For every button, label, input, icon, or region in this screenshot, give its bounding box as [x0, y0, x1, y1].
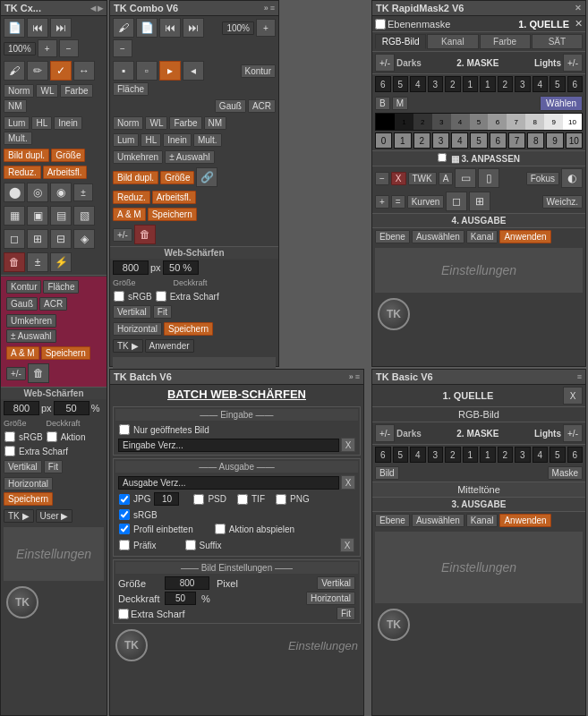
rapid-kurven-btn[interactable]: Kurven [407, 195, 445, 209]
basic-num-3b[interactable]: 3 [515, 447, 531, 463]
combo-norm-btn[interactable]: Norm [113, 116, 143, 130]
combo-inein-btn[interactable]: Inein [163, 133, 192, 147]
cx-umkehren-btn[interactable]: Umkehren [6, 314, 56, 328]
rapid-num-b7[interactable]: 7 [508, 132, 525, 149]
cx-tk-btn[interactable]: TK ▶ [4, 509, 34, 523]
combo-arbeitsfl-btn[interactable]: Arbeitsfl. [152, 191, 196, 204]
cx-trash2-icon[interactable]: 🗑 [28, 363, 49, 383]
cx-plus[interactable]: + [38, 39, 57, 57]
rapid-num-2b[interactable]: 2 [498, 76, 514, 92]
combo-menu[interactable]: ≡ [270, 4, 275, 13]
combo-plus[interactable]: + [256, 19, 276, 37]
rapid-kanal-btn[interactable]: Kanal [466, 230, 499, 243]
batch-ausgabe-close[interactable]: X [341, 475, 355, 490]
cx-check-icon[interactable]: ✓ [50, 61, 72, 81]
rapid-num-3a[interactable]: 3 [428, 76, 444, 92]
combo-mask4-icon[interactable]: ◂ [183, 61, 204, 81]
rapid-tab-kanal[interactable]: Kanal [427, 34, 478, 49]
combo-extra-cb[interactable] [156, 291, 166, 302]
rapid-num-b3[interactable]: 3 [432, 132, 449, 149]
rapid-num-2a[interactable]: 2 [445, 76, 461, 92]
basic-menu[interactable]: ≡ [577, 372, 582, 381]
rapid-num-b5[interactable]: 5 [470, 132, 487, 149]
cx-scroll-left[interactable]: ◀ [90, 4, 96, 13]
cx-trash-icon[interactable]: 🗑 [4, 252, 25, 272]
basic-num-5b[interactable]: 5 [550, 447, 566, 463]
cx-move-icon[interactable]: ↔ [73, 61, 95, 81]
combo-reduz-btn[interactable]: Reduz. [113, 191, 150, 204]
rapid-wahlen-btn[interactable]: Wählen [540, 96, 583, 111]
cx-sq2-icon[interactable]: ▣ [27, 206, 48, 226]
rapid-num-b4[interactable]: 4 [451, 132, 468, 149]
basic-num-5a[interactable]: 5 [393, 447, 409, 463]
cx-scroll-right[interactable]: ▶ [98, 4, 103, 13]
cx-vertikal-btn[interactable]: Vertikal [4, 460, 42, 473]
basic-pm-left[interactable]: +/- [375, 424, 395, 442]
combo-trash-icon[interactable]: 🗑 [134, 225, 156, 244]
combo-horizontal-btn[interactable]: Horizontal [113, 322, 162, 336]
batch-jpg-cb[interactable] [119, 494, 130, 505]
rapid-ebene-btn[interactable]: Ebene [375, 230, 410, 243]
rapid-num-5a[interactable]: 5 [393, 76, 409, 92]
cx-reduz-btn[interactable]: Reduz. [4, 166, 41, 179]
combo-gau-btn[interactable]: Gauß [215, 99, 246, 113]
combo-hl-btn[interactable]: HL [141, 133, 161, 147]
combo-vertikal-btn[interactable]: Vertikal [113, 305, 151, 319]
cx-srgb-cb[interactable] [4, 431, 15, 442]
rapid-pm-left[interactable]: +/- [375, 54, 395, 72]
rapid-twk-btn[interactable]: TWK [408, 172, 437, 185]
cx-sq4-icon[interactable]: ▧ [73, 206, 95, 226]
rapid-num-b2[interactable]: 2 [413, 132, 430, 149]
combo-fit-btn[interactable]: Fit [153, 305, 172, 319]
rapid-num-4b[interactable]: 4 [533, 76, 549, 92]
cx-icon-fwd[interactable]: ⏭ [50, 18, 72, 38]
basic-anwenden-btn[interactable]: Anwenden [499, 514, 550, 527]
cx-kontur-btn[interactable]: Kontur [6, 280, 41, 294]
cx-icon-new[interactable]: 📄 [4, 18, 25, 38]
cx-minus[interactable]: − [59, 39, 79, 57]
rapid-num-b1[interactable]: 1 [394, 132, 411, 149]
batch-eingabe-input[interactable] [118, 439, 339, 452]
combo-mult-btn[interactable]: Mult. [193, 133, 222, 147]
combo-mask1-icon[interactable]: ▪ [113, 61, 134, 81]
rapid-close[interactable]: ✕ [575, 4, 582, 13]
rapid-num-b0[interactable]: 0 [375, 132, 392, 149]
combo-acr-btn[interactable]: ACR [248, 99, 276, 113]
basic-num-6a[interactable]: 6 [375, 447, 391, 463]
rapid-sq-icon[interactable]: ◻ [446, 192, 467, 211]
rapid-num-b9[interactable]: 9 [546, 132, 563, 149]
basic-kanal-btn[interactable]: Kanal [466, 514, 499, 527]
cx-aktion-cb[interactable] [47, 431, 57, 442]
batch-eingabe-close[interactable]: X [341, 438, 355, 452]
combo-srgb-cb[interactable] [114, 291, 124, 302]
combo-pm-btn[interactable]: +/- [113, 228, 132, 242]
basic-auswahlen-btn[interactable]: Auswählen [412, 514, 464, 527]
rapid-rect2-icon[interactable]: ▯ [478, 168, 499, 188]
rapid-tab-farbe[interactable]: Farbe [480, 34, 531, 49]
cx-brush-icon[interactable]: 🖌 [4, 61, 25, 81]
basic-x-btn[interactable]: X [563, 387, 583, 405]
basic-num-3a[interactable]: 3 [428, 447, 444, 463]
basic-num-6b[interactable]: 6 [567, 447, 584, 463]
cx-icon-back[interactable]: ⏮ [27, 18, 48, 38]
combo-link-icon[interactable]: 🔗 [196, 167, 217, 187]
cx-pm-auswahl-btn[interactable]: ± Auswahl [6, 329, 56, 343]
combo-speichern2-btn[interactable]: Speichern [164, 322, 213, 336]
cx-percent[interactable]: 100% [4, 42, 36, 55]
cx-sq1-icon[interactable]: ▦ [4, 206, 25, 226]
combo-percent[interactable]: 100% [222, 21, 254, 35]
batch-jpg-val[interactable] [154, 492, 179, 506]
rapid-minus-btn[interactable]: − [375, 172, 389, 185]
combo-wl-btn[interactable]: WL [145, 116, 167, 130]
basic-maske-btn[interactable]: Maske [548, 466, 583, 480]
rapid-sq2-icon[interactable]: ⊞ [469, 192, 490, 211]
cx-sq6-icon[interactable]: ⊞ [27, 229, 48, 249]
cx-acr-btn[interactable]: ACR [39, 297, 67, 311]
cx-lum-btn[interactable]: Lum [4, 116, 30, 130]
batch-horizontal-btn[interactable]: Horizontal [306, 592, 355, 605]
basic-bild-btn[interactable]: Bild [375, 466, 399, 480]
cx-user-btn[interactable]: User ▶ [36, 509, 73, 523]
batch-extra-cb[interactable] [118, 609, 129, 619]
cx-norm-btn[interactable]: Norm [4, 84, 34, 98]
batch-aktion-cb[interactable] [215, 524, 226, 534]
